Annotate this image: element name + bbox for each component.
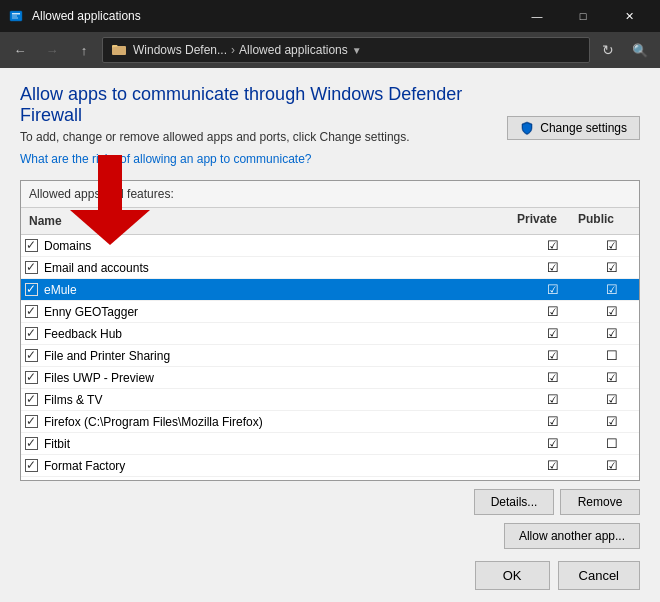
page-subtitle: To add, change or remove allowed apps an… — [20, 130, 495, 144]
back-button[interactable]: ← — [6, 36, 34, 64]
row-private-cell[interactable]: ☑ — [521, 326, 585, 341]
details-button[interactable]: Details... — [474, 489, 554, 515]
footer-buttons: OK Cancel — [20, 557, 640, 590]
table-header: Name Private Public — [21, 208, 639, 235]
address-bar: ← → ↑ Windows Defen... › Allowed applica… — [0, 32, 660, 68]
table-row[interactable]: Email and accounts ☑ ☑ — [21, 257, 639, 279]
row-app-name: eMule — [44, 283, 77, 297]
row-name-cell: Files UWP - Preview — [21, 371, 521, 385]
main-content: Allow apps to communicate through Window… — [0, 68, 660, 602]
row-private-cell[interactable]: ☑ — [521, 370, 585, 385]
row-name-cell: Email and accounts — [21, 261, 521, 275]
table-row[interactable]: Domains ☑ ☑ — [21, 235, 639, 257]
row-name-cell: Fitbit — [21, 437, 521, 451]
svg-rect-4 — [112, 46, 126, 55]
row-public-cell[interactable]: ☑ — [585, 260, 639, 275]
details-remove-area: Details... Remove — [20, 489, 640, 515]
scroll-spacer — [623, 212, 639, 230]
window-title: Allowed applications — [32, 9, 514, 23]
row-name-cell: eMule — [21, 283, 521, 297]
row-public-cell[interactable]: ☑ — [585, 458, 639, 473]
help-link[interactable]: What are the risks of allowing an app to… — [20, 152, 495, 166]
row-public-cell[interactable]: ☑ — [585, 326, 639, 341]
row-enable-checkbox[interactable] — [25, 415, 38, 428]
address-dropdown-icon[interactable]: ▼ — [348, 45, 362, 56]
row-enable-checkbox[interactable] — [25, 459, 38, 472]
allow-another-area: Allow another app... — [20, 523, 640, 549]
row-public-cell[interactable]: ☑ — [585, 282, 639, 297]
row-enable-checkbox[interactable] — [25, 393, 38, 406]
panel-header: Allowed apps and features: — [21, 181, 639, 208]
row-name-cell: Films & TV — [21, 393, 521, 407]
table-row[interactable]: Format Factory ☑ ☑ — [21, 455, 639, 477]
row-name-cell: Enny GEOTagger — [21, 305, 521, 319]
row-private-cell[interactable]: ☑ — [521, 392, 585, 407]
col-header-public: Public — [569, 212, 623, 230]
table-row[interactable]: Feedback Hub ☑ ☑ — [21, 323, 639, 345]
row-private-cell[interactable]: ☑ — [521, 304, 585, 319]
table-container: Name Private Public Domains ☑ ☑ Email an… — [21, 208, 639, 480]
row-enable-checkbox[interactable] — [25, 261, 38, 274]
row-enable-checkbox[interactable] — [25, 283, 38, 296]
ok-button[interactable]: OK — [475, 561, 550, 590]
folder-icon — [111, 42, 127, 58]
row-private-cell[interactable]: ☑ — [521, 458, 585, 473]
row-app-name: Firefox (C:\Program Files\Mozilla Firefo… — [44, 415, 263, 429]
row-enable-checkbox[interactable] — [25, 349, 38, 362]
row-public-cell[interactable]: ☑ — [585, 370, 639, 385]
table-row[interactable]: eMule ☑ ☑ — [21, 279, 639, 301]
table-row[interactable]: Films & TV ☑ ☑ — [21, 389, 639, 411]
svg-rect-1 — [12, 13, 20, 15]
cancel-button[interactable]: Cancel — [558, 561, 640, 590]
refresh-button[interactable]: ↻ — [594, 36, 622, 64]
row-private-cell[interactable]: ☑ — [521, 436, 585, 451]
row-public-cell[interactable]: ☐ — [585, 436, 639, 451]
up-button[interactable]: ↑ — [70, 36, 98, 64]
row-enable-checkbox[interactable] — [25, 437, 38, 450]
row-name-cell: Format Factory — [21, 459, 521, 473]
minimize-button[interactable]: — — [514, 0, 560, 32]
row-name-cell: Feedback Hub — [21, 327, 521, 341]
table-row[interactable]: Firefox (C:\Program Files\Mozilla Firefo… — [21, 411, 639, 433]
row-name-cell: Domains — [21, 239, 521, 253]
row-enable-checkbox[interactable] — [25, 371, 38, 384]
row-private-cell[interactable]: ☑ — [521, 238, 585, 253]
row-public-cell[interactable]: ☑ — [585, 304, 639, 319]
change-settings-button[interactable]: Change settings — [507, 116, 640, 140]
page-title: Allow apps to communicate through Window… — [20, 84, 495, 126]
row-enable-checkbox[interactable] — [25, 305, 38, 318]
row-app-name: Enny GEOTagger — [44, 305, 138, 319]
apps-table-body[interactable]: Domains ☑ ☑ Email and accounts ☑ ☑ eMule… — [21, 235, 639, 480]
row-app-name: Domains — [44, 239, 91, 253]
row-enable-checkbox[interactable] — [25, 239, 38, 252]
col-header-name: Name — [21, 212, 505, 230]
row-app-name: Format Factory — [44, 459, 125, 473]
table-row[interactable]: File and Printer Sharing ☑ ☐ — [21, 345, 639, 367]
row-app-name: Email and accounts — [44, 261, 149, 275]
row-public-cell[interactable]: ☑ — [585, 392, 639, 407]
row-public-cell[interactable]: ☑ — [585, 238, 639, 253]
allow-another-button[interactable]: Allow another app... — [504, 523, 640, 549]
table-row[interactable]: Files UWP - Preview ☑ ☑ — [21, 367, 639, 389]
row-private-cell[interactable]: ☑ — [521, 260, 585, 275]
svg-rect-3 — [12, 18, 18, 19]
remove-button[interactable]: Remove — [560, 489, 640, 515]
row-enable-checkbox[interactable] — [25, 327, 38, 340]
address-field[interactable]: Windows Defen... › Allowed applications … — [102, 37, 590, 63]
close-button[interactable]: ✕ — [606, 0, 652, 32]
row-private-cell[interactable]: ☑ — [521, 282, 585, 297]
row-private-cell[interactable]: ☑ — [521, 348, 585, 363]
search-button[interactable]: 🔍 — [626, 36, 654, 64]
svg-rect-2 — [12, 16, 17, 17]
forward-button[interactable]: → — [38, 36, 66, 64]
row-app-name: Films & TV — [44, 393, 102, 407]
row-public-cell[interactable]: ☑ — [585, 414, 639, 429]
table-row[interactable]: Fitbit ☑ ☐ — [21, 433, 639, 455]
row-public-cell[interactable]: ☐ — [585, 348, 639, 363]
row-private-cell[interactable]: ☑ — [521, 414, 585, 429]
maximize-button[interactable]: □ — [560, 0, 606, 32]
table-row[interactable]: Enny GEOTagger ☑ ☑ — [21, 301, 639, 323]
window-controls: — □ ✕ — [514, 0, 652, 32]
table-row[interactable]: Foxit MobilePDF ☑ ☑ — [21, 477, 639, 480]
row-app-name: Feedback Hub — [44, 327, 122, 341]
